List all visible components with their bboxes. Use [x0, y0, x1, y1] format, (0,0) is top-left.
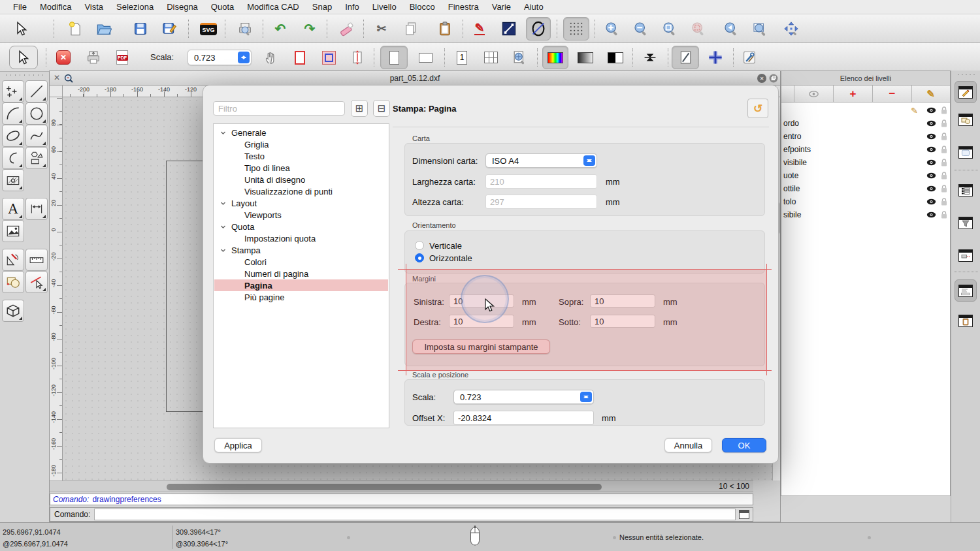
reset-defaults-button[interactable]: ↺ — [747, 99, 768, 118]
zoom-window-button[interactable] — [747, 17, 772, 40]
eye-icon[interactable] — [926, 107, 936, 114]
arc-tools-button[interactable] — [2, 102, 24, 125]
toggle-viewport-list-button[interactable] — [955, 141, 977, 163]
menu-quota[interactable]: Quota — [204, 2, 240, 12]
preferences-button[interactable] — [737, 46, 762, 69]
horizontal-scrollbar[interactable]: 10 < 100 — [50, 480, 753, 492]
layer-row[interactable]: ✎ — [781, 104, 950, 117]
block-tools-button[interactable] — [2, 271, 24, 293]
save-as-button[interactable] — [157, 17, 182, 40]
lock-icon[interactable] — [941, 146, 947, 154]
blackwhite-button[interactable] — [602, 46, 629, 69]
hatch-tools-button[interactable] — [2, 169, 24, 191]
menu-vista[interactable]: Vista — [78, 2, 110, 12]
menu-blocco[interactable]: Blocco — [403, 2, 442, 12]
dimension-tools-button[interactable] — [25, 198, 48, 220]
snap-tools-button[interactable] — [25, 271, 48, 293]
menu-file[interactable]: File — [7, 2, 33, 12]
image-tool-button[interactable] — [2, 220, 24, 242]
layer-row[interactable]: uote — [781, 169, 950, 182]
auto-fit-page-button[interactable] — [345, 46, 370, 69]
zoom-auto-button[interactable] — [657, 17, 682, 40]
horizontal-scrollbar-thumb[interactable] — [167, 484, 602, 490]
filter-input[interactable] — [213, 101, 345, 116]
polyline-tools-button[interactable] — [2, 147, 24, 169]
palette-drag-handle[interactable] — [4, 74, 44, 76]
landscape-button[interactable] — [412, 46, 439, 69]
spline-tools-button[interactable] — [25, 125, 48, 147]
strip-drag-handle[interactable] — [956, 74, 976, 76]
tree-item-griglia[interactable]: Griglia — [214, 138, 388, 150]
set-printer-margins-button[interactable]: Imposta su margini stampante — [412, 339, 550, 354]
cancel-button[interactable]: Annulla — [664, 438, 712, 452]
paste-button[interactable] — [433, 17, 457, 40]
delete-entities-button[interactable] — [335, 17, 359, 40]
paper-size-select[interactable]: ISO A4 — [485, 153, 597, 168]
tree-item-unita-di-disegno[interactable]: Unità di disegno — [214, 174, 388, 185]
text-tools-button[interactable]: A — [2, 198, 24, 220]
menu-snap[interactable]: Snap — [306, 2, 338, 12]
lock-icon[interactable] — [941, 198, 947, 206]
viewport-button[interactable] — [316, 46, 341, 69]
tree-item-testo[interactable]: Testo — [214, 150, 388, 162]
tree-item-layout[interactable]: Layout — [214, 197, 388, 209]
undo-button[interactable]: ↶ — [268, 17, 293, 40]
svg-export-button[interactable]: SVG — [196, 17, 221, 40]
tree-item-stampa[interactable]: Stampa — [214, 244, 388, 256]
shape-tools-button[interactable] — [25, 147, 48, 169]
tree-item-tipo-di-linea[interactable]: Tipo di linea — [214, 162, 388, 174]
layer-row[interactable]: sibile — [781, 208, 950, 221]
collapse-all-button[interactable]: ⊟ — [373, 100, 390, 117]
eye-icon[interactable] — [926, 159, 936, 166]
eye-icon[interactable] — [926, 146, 936, 153]
solid-tools-button[interactable] — [2, 300, 24, 322]
edit-layer-button[interactable]: ✎ — [912, 86, 949, 102]
ellipse-tools-button[interactable] — [2, 125, 24, 147]
layer-row[interactable]: ottile — [781, 182, 950, 195]
menu-finestra[interactable]: Finestra — [442, 2, 485, 12]
close-preview-button[interactable]: ✕ — [51, 46, 76, 69]
measure-tools-button[interactable] — [25, 249, 48, 271]
menu-varie[interactable]: Varie — [485, 2, 517, 12]
ellipse-mode-button[interactable] — [526, 17, 551, 40]
layer-toolbar-partial-button[interactable] — [781, 86, 794, 102]
preview-select-button[interactable] — [9, 46, 38, 69]
zoom-previous-button[interactable] — [719, 17, 743, 40]
print-button[interactable] — [81, 46, 106, 69]
toggle-selection-filter-button[interactable] — [955, 212, 977, 234]
tree-item-impostazioni-quota[interactable]: Impostazioni quota — [214, 232, 388, 244]
single-page-button[interactable]: 1 — [449, 46, 474, 69]
copy-button[interactable] — [399, 17, 423, 40]
lock-icon[interactable] — [941, 119, 947, 128]
page-borders-button[interactable] — [287, 46, 312, 69]
eye-icon[interactable] — [926, 198, 936, 205]
apply-button[interactable]: Applica — [214, 438, 262, 452]
draw-order-button[interactable]: ✎ — [467, 17, 492, 40]
paper-height-input[interactable]: 297 — [485, 195, 597, 209]
point-tools-button[interactable] — [2, 80, 24, 102]
layer-row[interactable]: tolo — [781, 195, 950, 208]
expand-all-button[interactable]: ⊞ — [351, 100, 368, 117]
paper-width-input[interactable]: 210 — [485, 174, 597, 189]
margin-left-input[interactable]: 10 — [449, 294, 514, 307]
window-restore-icon[interactable] — [769, 74, 778, 83]
line-visibility-button[interactable] — [497, 17, 521, 40]
eye-icon[interactable] — [926, 172, 936, 179]
menu-seleziona[interactable]: Seleziona — [110, 2, 160, 12]
grid-toggle-button[interactable] — [563, 17, 589, 40]
toggle-layer-list-button[interactable] — [955, 81, 977, 103]
tree-item-colori[interactable]: Colori — [214, 256, 388, 268]
tree-item-pagina[interactable]: Pagina — [214, 279, 388, 291]
full-color-button[interactable] — [542, 46, 568, 69]
lock-icon[interactable] — [941, 211, 947, 219]
tree-item-numeri-di-pagina[interactable]: Numeri di pagina — [214, 268, 388, 279]
scale-combo[interactable]: 0.723 — [188, 50, 252, 65]
margin-top-input[interactable]: 10 — [590, 294, 655, 307]
eye-icon[interactable] — [926, 185, 936, 192]
grayscale-button[interactable] — [572, 46, 598, 69]
layer-row[interactable]: ordo — [781, 117, 950, 130]
zoom-out-button[interactable] — [629, 17, 653, 40]
eye-icon[interactable] — [926, 133, 936, 140]
pan-hand-button[interactable] — [259, 46, 284, 69]
draft-mode-button[interactable] — [672, 46, 699, 69]
